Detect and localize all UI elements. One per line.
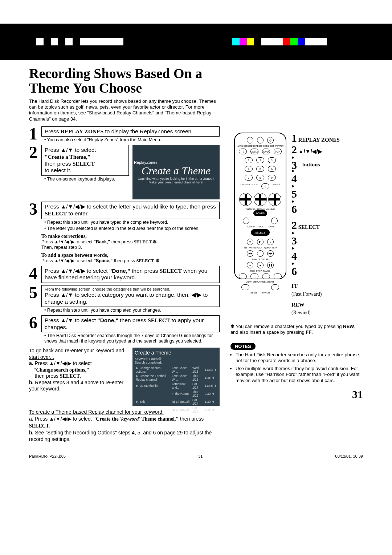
remote-replay-rocker bbox=[254, 193, 267, 206]
step-1-note: • You can also select "Replay Zones" fro… bbox=[41, 137, 220, 143]
note-item: The Hard Disk Recorder searches only for… bbox=[236, 352, 363, 364]
footer: PanaHDR- P22-.p65 31 00/12/01, 16:39 bbox=[0, 450, 392, 473]
notes-list: The Hard Disk Recorder searches only for… bbox=[230, 352, 363, 384]
step-2-note: • The on-screen keyboard displays. bbox=[41, 177, 129, 182]
footer-timestamp: 00/12/01, 16:39 bbox=[335, 454, 363, 458]
step-1-box: Press REPLAY ZONES to display the Replay… bbox=[41, 126, 220, 137]
footer-page: 31 bbox=[198, 454, 203, 458]
remote-return-button bbox=[243, 218, 249, 224]
remote-volume-rocker bbox=[268, 193, 281, 206]
remote-select-button: SELECT bbox=[251, 229, 270, 236]
remote-annotations: 1 REPLAY ZONES 2 ▲/▼/◀/▶ • 3 buttons • 4… bbox=[291, 133, 340, 316]
step-number-3: 3 bbox=[29, 202, 41, 216]
step-number-4: 4 bbox=[29, 266, 41, 281]
remote-power-button: ⏻ bbox=[267, 137, 274, 143]
remote-rec: ● bbox=[247, 262, 253, 268]
remote-rew: ◀◀ bbox=[247, 250, 253, 257]
screenshot-replayzones: ReplayZones Create a Theme Can't find wh… bbox=[132, 145, 220, 199]
asterisk-note: ✽ You can remove a character you typed b… bbox=[230, 324, 363, 336]
step-5-box: From the following screen, choose the ca… bbox=[41, 285, 220, 307]
remote-mute-button bbox=[271, 218, 278, 224]
corrections-text: Press ▲/▼/◀/▶ to select "Back," then pre… bbox=[41, 239, 220, 250]
remote-diagram: ⏻ HARD DISK RECORDER CODE SET POWER TVCA… bbox=[234, 133, 286, 279]
createtheme-item-b: b. See "Setting the Recording Options" s… bbox=[29, 429, 220, 442]
step-number-5: 5 bbox=[29, 285, 41, 300]
step-3-note-2: • The letter you selected is entered in … bbox=[41, 226, 220, 231]
space-heading: To add a space between words, bbox=[41, 252, 220, 258]
crop-mark-icon: ◈ bbox=[181, 37, 187, 46]
page-number: 31 bbox=[230, 388, 363, 401]
step-3-box: Press ▲/▼/◀/▶ to select the letter you w… bbox=[41, 202, 220, 219]
step-2-box: Press ▲/▼ to select "Create a Theme," th… bbox=[41, 145, 129, 175]
goback-item-a: a. Press ▲/▼/◀/▶ to select "Change searc… bbox=[29, 360, 128, 380]
screenshot-create-theme: Create a Theme Keyword: Football Search … bbox=[132, 348, 220, 406]
remote-channel-rocker bbox=[239, 193, 252, 206]
remote-play: ▶ bbox=[257, 239, 264, 245]
step-5-note: • Repeat this step until you have comple… bbox=[41, 308, 220, 313]
footer-filename: PanaHDR- P22-.p65 bbox=[29, 454, 66, 458]
note-item: Use multiple-word themes if they help av… bbox=[236, 366, 363, 384]
step-6-note: • The Hard Disk Recorder searches throug… bbox=[41, 333, 220, 344]
remote-stop: ■ bbox=[257, 262, 264, 268]
step-4-box: Press ▲/▼/◀/▶ to select "Done," then pre… bbox=[41, 266, 220, 283]
step-number-1: 1 bbox=[29, 126, 41, 141]
goback-heading: To go back and re-enter your keyword and… bbox=[29, 348, 128, 360]
remote-instant-replay: ↺ bbox=[247, 239, 253, 245]
createtheme-item-a: a. Press ▲/▼/◀/▶ to select "Create the '… bbox=[29, 416, 220, 429]
remote-codeset-button bbox=[257, 137, 264, 143]
page-title: Recording Shows Based On a Theme You Cho… bbox=[29, 66, 220, 96]
remote-ff: ▶▶ bbox=[267, 250, 274, 257]
goback-item-b: b. Repeat steps 3 and 4 above to re-ente… bbox=[29, 380, 128, 392]
remote-quickskip: ↻ bbox=[267, 239, 274, 245]
step-number-6: 6 bbox=[29, 315, 41, 330]
step-6-box: Press ▲/▼ to select "Done," then press S… bbox=[41, 315, 220, 332]
remote-pause: ❚❚ bbox=[267, 262, 274, 268]
remote-slow bbox=[257, 250, 264, 257]
registration-color-bar bbox=[29, 38, 363, 45]
intro-text: The Hard Disk Recorder lets you record s… bbox=[29, 98, 220, 122]
step-number-2: 2 bbox=[29, 145, 41, 160]
step-3-note-1: • Repeat this step until you have typed … bbox=[41, 220, 220, 225]
notes-badge: NOTES bbox=[230, 343, 256, 350]
remote-hdr-button bbox=[247, 137, 253, 143]
corrections-heading: To make corrections, bbox=[41, 234, 220, 239]
space-text: Press ▲/▼/◀/▶ to select "Space," then pr… bbox=[41, 258, 220, 264]
remote-zones-button: ZONES bbox=[253, 210, 267, 216]
